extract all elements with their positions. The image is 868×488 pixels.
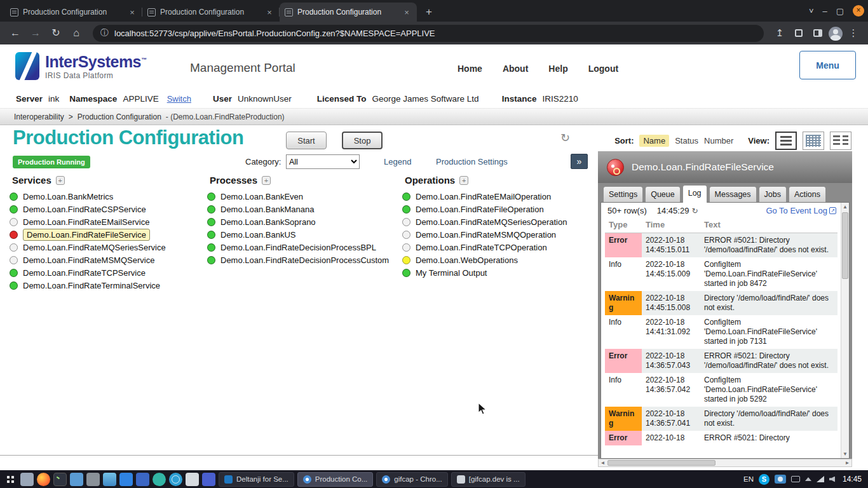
log-row[interactable]: Info 2022-10-18 14:36:57.042 ConfigItem … xyxy=(605,373,837,407)
firefox-icon[interactable] xyxy=(37,473,50,486)
taskbar-task[interactable]: Production Co... xyxy=(297,472,373,487)
grid-view-icon[interactable] xyxy=(803,132,824,150)
menu-button[interactable]: Menu xyxy=(799,51,856,79)
panel-tab[interactable]: Log xyxy=(682,185,707,203)
service-item[interactable]: Demo.Loan.FindRateCSPService xyxy=(10,203,207,215)
skype-icon[interactable]: S xyxy=(759,474,770,485)
ide-icon[interactable] xyxy=(136,473,149,486)
window-close-button[interactable]: × xyxy=(853,5,864,17)
log-row[interactable]: Warning 2022-10-18 14:45:15.008 Director… xyxy=(605,291,837,315)
tab-close-icon[interactable]: × xyxy=(127,8,137,17)
scroll-left-icon[interactable]: ◄ xyxy=(599,459,607,467)
browser-tab[interactable]: Production Configuration × xyxy=(5,3,142,22)
taskbar-task[interactable]: [gifcap.dev is ... xyxy=(451,472,526,487)
reload-icon[interactable]: ↻ xyxy=(47,24,65,42)
go-to-event-log-link[interactable]: Go To Event Log xyxy=(766,206,827,215)
horizontal-scrollbar[interactable]: ◄ ► xyxy=(598,459,852,467)
nav-link[interactable]: Home xyxy=(458,64,482,74)
sort-option[interactable]: Number xyxy=(704,136,733,146)
folder-icon[interactable] xyxy=(103,473,116,486)
production-settings-link[interactable]: Production Settings xyxy=(436,157,508,166)
text-editor-icon[interactable] xyxy=(70,473,83,486)
add-service-button[interactable]: + xyxy=(56,176,65,185)
service-item[interactable]: Demo.Loan.FindRateMSMQService xyxy=(10,254,207,266)
tab-close-icon[interactable]: × xyxy=(264,8,275,17)
site-info-icon[interactable]: ⓘ xyxy=(100,27,109,39)
back-icon[interactable]: ← xyxy=(6,24,24,42)
process-item[interactable]: Demo.Loan.BankSoprano xyxy=(207,215,402,228)
terminal-icon[interactable] xyxy=(53,473,67,486)
log-row[interactable]: Error 2022-10-18 ERROR #5021: Directory xyxy=(605,431,837,445)
taskbar-clock[interactable]: 14:45 xyxy=(843,475,862,484)
list-view-icon[interactable] xyxy=(775,132,797,150)
network-icon[interactable] xyxy=(817,476,824,482)
vertical-scrollbar-thumb[interactable] xyxy=(842,212,848,279)
log-row[interactable]: Error 2022-10-18 14:36:57.043 ERROR #502… xyxy=(605,349,837,373)
log-row[interactable]: Error 2022-10-18 14:45:15.011 ERROR #502… xyxy=(605,233,837,258)
camera-icon[interactable] xyxy=(775,475,786,484)
service-item[interactable]: Demo.Loan.FindRateTCPService xyxy=(10,266,207,279)
taskbar-task[interactable]: gifcap - Chro... xyxy=(376,472,447,487)
panel-tab[interactable]: Jobs xyxy=(759,186,787,203)
service-item[interactable]: Demo.Loan.FindRateFileService xyxy=(10,228,207,241)
vertical-scrollbar[interactable]: ▲ ▼ xyxy=(841,203,849,458)
switch-namespace-link[interactable]: Switch xyxy=(167,94,191,104)
vscode-icon[interactable] xyxy=(119,473,133,486)
app-launcher-icon[interactable] xyxy=(4,473,17,486)
service-item[interactable]: Demo.Loan.BankMetrics xyxy=(10,190,207,203)
operation-item[interactable]: Demo.Loan.FindRateFileOperation xyxy=(402,203,598,215)
process-item[interactable]: Demo.Loan.FindRateDecisionProcessBPL xyxy=(207,241,402,254)
log-row[interactable]: Info 2022-10-18 14:41:31.092 ConfigItem … xyxy=(605,315,837,349)
legend-link[interactable]: Legend xyxy=(384,157,411,166)
nav-link[interactable]: Logout xyxy=(588,64,618,74)
operation-item[interactable]: Demo.Loan.FindRateEMailOperation xyxy=(402,190,598,203)
log-row[interactable]: Info 2022-10-18 14:45:15.009 ConfigItem … xyxy=(605,257,837,291)
breadcrumb-current[interactable]: Production Configuration xyxy=(78,112,161,121)
start-button[interactable]: Start xyxy=(286,132,327,149)
expand-panel-button[interactable]: » xyxy=(571,154,588,169)
service-item[interactable]: Demo.Loan.FindRateEMailService xyxy=(10,215,207,228)
mail-icon[interactable] xyxy=(86,473,100,486)
scroll-up-icon[interactable]: ▲ xyxy=(841,203,849,211)
tab-close-icon[interactable]: × xyxy=(402,8,412,17)
log-row[interactable]: Warning 2022-10-18 14:36:57.041 Director… xyxy=(605,407,837,431)
scroll-right-icon[interactable]: ► xyxy=(843,459,851,467)
tab-search-icon[interactable]: ˅ xyxy=(809,6,814,16)
add-operation-button[interactable]: + xyxy=(459,176,468,185)
operation-item[interactable]: My Terminal Output xyxy=(402,266,598,279)
panel-tab[interactable]: Actions xyxy=(789,186,826,203)
panel-tab[interactable]: Queue xyxy=(645,186,681,203)
log-refresh-icon[interactable]: ↻ xyxy=(691,207,698,215)
url-text[interactable]: localhost:52773/csp/applive/EnsPortal.Pr… xyxy=(114,29,435,38)
process-item[interactable]: Demo.Loan.FindRateDecisionProcessCustom xyxy=(207,254,402,266)
side-panel-icon[interactable] xyxy=(810,25,826,41)
split-view-icon[interactable] xyxy=(830,132,851,150)
display-tray-icon[interactable] xyxy=(791,476,800,482)
operation-item[interactable]: Demo.Loan.FindRateMSMQOperation xyxy=(402,228,598,241)
browser-menu-kebab-icon[interactable]: ⋮ xyxy=(845,25,862,41)
forward-icon[interactable]: → xyxy=(27,24,44,42)
browser-tab[interactable]: Production Configuration × xyxy=(280,3,417,22)
chat-icon[interactable] xyxy=(153,473,166,486)
tray-expand-icon[interactable] xyxy=(805,477,811,481)
sort-option[interactable]: Name xyxy=(639,135,669,147)
breadcrumb-root[interactable]: Interoperability xyxy=(14,112,64,121)
browser-tab[interactable]: Production Configuration × xyxy=(142,3,280,22)
operation-item[interactable]: Demo.Loan.FindRateMQSeriesOperation xyxy=(402,215,598,228)
horizontal-scrollbar-thumb[interactable] xyxy=(607,460,715,466)
home-icon[interactable]: ⌂ xyxy=(67,24,85,42)
process-item[interactable]: Demo.Loan.BankUS xyxy=(207,228,402,241)
profile-avatar[interactable] xyxy=(829,27,843,41)
share-icon[interactable]: ↥ xyxy=(771,25,788,41)
screenshot-icon[interactable] xyxy=(202,473,215,486)
nav-link[interactable]: About xyxy=(503,64,528,74)
window-minimize-button[interactable]: – xyxy=(822,6,827,16)
extensions-icon[interactable] xyxy=(790,25,807,41)
service-item[interactable]: Demo.Loan.FindRateMQSeriesService xyxy=(10,241,207,254)
process-item[interactable]: Demo.Loan.BankEven xyxy=(207,190,402,203)
nav-link[interactable]: Help xyxy=(548,64,567,74)
service-item[interactable]: Demo.Loan.FindRateTerminalService xyxy=(10,279,207,292)
panel-tab[interactable]: Settings xyxy=(603,186,643,203)
scroll-down-icon[interactable]: ▼ xyxy=(841,450,849,458)
category-select[interactable]: All xyxy=(286,154,360,169)
